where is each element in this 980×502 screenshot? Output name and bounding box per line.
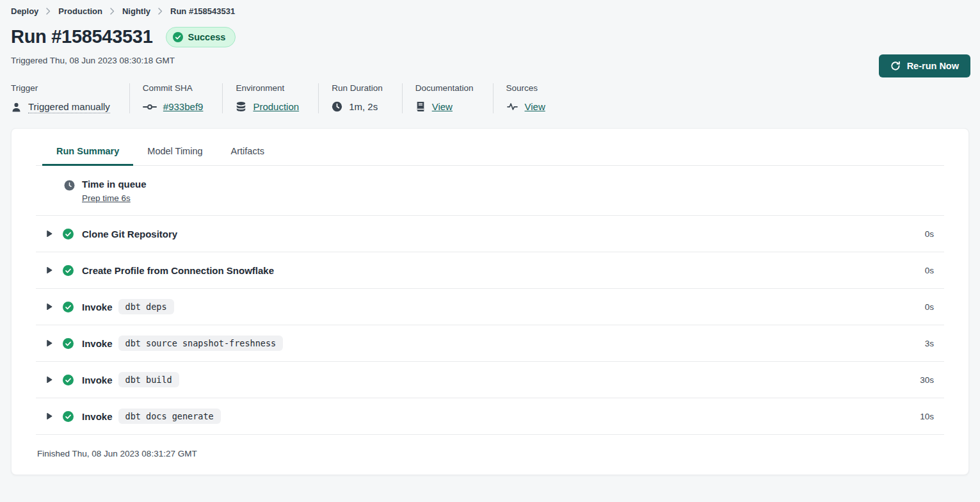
tab-run-summary[interactable]: Run Summary: [42, 145, 133, 166]
expand-triangle-icon[interactable]: [46, 266, 52, 274]
check-circle-icon: [63, 375, 74, 385]
step-name: Invoke: [82, 375, 113, 385]
check-circle-icon: [63, 265, 74, 276]
run-summary-card: Run Summary Model Timing Artifacts Time …: [11, 128, 969, 475]
check-circle-icon: [173, 32, 183, 42]
breadcrumb-current-run: Run #158543531: [170, 6, 235, 16]
step-row-dbt-source-snapshot-freshness[interactable]: Invoke dbt source snapshot-freshness 3s: [36, 325, 944, 361]
rerun-now-label: Re-run Now: [907, 61, 959, 71]
step-command: dbt deps: [118, 299, 174, 314]
status-badge-label: Success: [188, 32, 226, 42]
rerun-now-button[interactable]: Re-run Now: [879, 54, 970, 77]
expand-triangle-icon[interactable]: [46, 376, 52, 384]
chevron-right-icon: [158, 8, 163, 15]
step-name: Clone Git Repository: [82, 229, 177, 239]
chevron-right-icon: [110, 8, 115, 15]
commit-sha-link[interactable]: #933bef9: [163, 101, 204, 112]
meta-documentation-label: Documentation: [415, 83, 474, 93]
chevron-right-icon: [46, 8, 51, 15]
tab-model-timing[interactable]: Model Timing: [133, 145, 216, 166]
check-circle-icon: [63, 302, 74, 312]
expand-triangle-icon[interactable]: [46, 230, 52, 238]
database-icon: [236, 101, 246, 112]
check-circle-icon: [63, 338, 74, 349]
time-in-queue-section: Time in queue Prep time 6s: [36, 166, 944, 215]
check-circle-icon: [63, 411, 74, 422]
step-command: dbt build: [118, 372, 179, 387]
breadcrumb-production[interactable]: Production: [58, 6, 102, 16]
user-icon: [11, 102, 22, 113]
meta-trigger-value: Triggered manually: [28, 101, 110, 113]
step-row-dbt-build[interactable]: Invoke dbt build 30s: [36, 361, 944, 398]
documentation-view-link[interactable]: View: [432, 101, 453, 112]
meta-sources: Sources View: [493, 83, 565, 113]
step-command: dbt docs generate: [118, 409, 221, 424]
meta-run-duration: Run Duration 1m, 2s: [318, 83, 402, 113]
run-detail-page: Deploy Production Nightly Run #158543531…: [0, 0, 980, 475]
run-meta-row: Trigger Triggered manually Commit SHA #9…: [11, 83, 969, 113]
step-name: Create Profile from Connection Snowflake: [82, 265, 274, 276]
prep-time-link[interactable]: Prep time 6s: [82, 193, 131, 203]
expand-triangle-icon[interactable]: [46, 412, 52, 420]
step-duration: 0s: [925, 266, 934, 275]
breadcrumb-nightly[interactable]: Nightly: [122, 6, 150, 16]
commit-icon: [143, 104, 157, 110]
step-row-dbt-deps[interactable]: Invoke dbt deps 0s: [36, 288, 944, 325]
meta-environment: Environment Production: [222, 83, 318, 113]
triggered-timestamp: Triggered Thu, 08 Jun 2023 08:30:18 GMT: [11, 56, 969, 65]
step-name: Invoke: [82, 411, 113, 422]
tab-artifacts[interactable]: Artifacts: [217, 145, 278, 166]
sources-view-link[interactable]: View: [525, 101, 545, 112]
check-circle-icon: [63, 229, 74, 239]
refresh-icon: [890, 61, 901, 71]
expand-triangle-icon[interactable]: [46, 303, 52, 311]
pulse-icon: [506, 102, 518, 111]
step-name: Invoke: [82, 302, 113, 312]
step-command: dbt source snapshot-freshness: [118, 336, 284, 351]
queue-clock-icon: [64, 180, 75, 204]
clock-icon: [332, 101, 342, 112]
run-header: Run #158543531 Success Triggered Thu, 08…: [11, 26, 969, 65]
meta-commit-label: Commit SHA: [143, 83, 204, 93]
breadcrumb-deploy[interactable]: Deploy: [11, 6, 38, 16]
page-title: Run #158543531: [11, 26, 153, 47]
step-row-dbt-docs-generate[interactable]: Invoke dbt docs generate 10s: [36, 398, 944, 434]
step-row-create-profile[interactable]: Create Profile from Connection Snowflake…: [36, 252, 944, 288]
meta-duration-value: 1m, 2s: [349, 101, 378, 112]
meta-trigger: Trigger Triggered manually: [11, 83, 129, 113]
expand-triangle-icon[interactable]: [46, 339, 52, 347]
meta-environment-label: Environment: [236, 83, 299, 93]
meta-duration-label: Run Duration: [332, 83, 383, 93]
tab-bar: Run Summary Model Timing Artifacts: [36, 129, 944, 166]
step-duration: 10s: [920, 412, 934, 421]
finished-timestamp: Finished Thu, 08 Jun 2023 08:31:27 GMT: [36, 434, 944, 474]
breadcrumb: Deploy Production Nightly Run #158543531: [11, 0, 969, 16]
status-badge: Success: [166, 27, 236, 47]
meta-documentation: Documentation View: [402, 83, 493, 113]
step-row-clone-git-repository[interactable]: Clone Git Repository 0s: [36, 215, 944, 252]
queue-title: Time in queue: [82, 179, 147, 190]
step-duration: 3s: [925, 339, 934, 348]
step-name: Invoke: [82, 338, 113, 349]
book-icon: [415, 101, 426, 112]
meta-sources-label: Sources: [506, 83, 545, 93]
step-duration: 0s: [925, 229, 934, 239]
meta-trigger-label: Trigger: [11, 83, 110, 93]
step-duration: 30s: [920, 375, 934, 385]
step-duration: 0s: [925, 302, 934, 312]
meta-commit-sha: Commit SHA #933bef9: [129, 83, 223, 113]
environment-link[interactable]: Production: [253, 101, 299, 112]
